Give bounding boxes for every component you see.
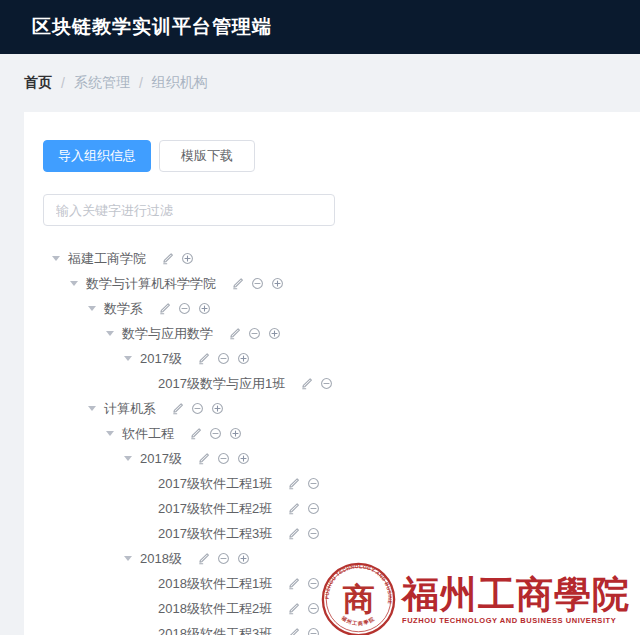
tree-node-actions <box>161 252 194 265</box>
circle-minus-icon[interactable] <box>248 327 261 340</box>
edit-icon[interactable] <box>287 627 300 635</box>
tree-node-label[interactable]: 2018级软件工程3班 <box>158 625 272 635</box>
edit-icon[interactable] <box>197 552 210 565</box>
edit-icon[interactable] <box>300 377 313 390</box>
caret-down-icon[interactable] <box>120 446 140 471</box>
caret-down-icon[interactable] <box>48 246 68 271</box>
circle-plus-icon[interactable] <box>271 277 284 290</box>
template-download-button[interactable]: 模版下载 <box>159 140 255 172</box>
tree-node-label[interactable]: 2017级 <box>140 350 182 368</box>
edit-icon[interactable] <box>287 502 300 515</box>
tree-node[interactable]: 计算机系 <box>43 396 640 421</box>
circle-minus-icon[interactable] <box>251 277 264 290</box>
circle-plus-icon[interactable] <box>198 302 211 315</box>
circle-plus-icon[interactable] <box>237 452 250 465</box>
circle-minus-icon[interactable] <box>307 627 320 635</box>
filter-keyword-input[interactable] <box>43 194 335 226</box>
edit-icon[interactable] <box>161 252 174 265</box>
edit-icon[interactable] <box>189 427 202 440</box>
tree-node-label[interactable]: 2018级软件工程2班 <box>158 600 272 618</box>
tree-node[interactable]: 2018级软件工程1班 <box>43 571 640 596</box>
breadcrumb-item-system[interactable]: 系统管理 <box>74 74 130 92</box>
circle-minus-icon[interactable] <box>209 427 222 440</box>
circle-minus-icon[interactable] <box>307 602 320 615</box>
caret-placeholder <box>138 521 158 546</box>
circle-minus-icon[interactable] <box>307 502 320 515</box>
tree-node-label[interactable]: 数学与应用数学 <box>122 325 213 343</box>
edit-icon[interactable] <box>287 527 300 540</box>
circle-minus-icon[interactable] <box>191 402 204 415</box>
circle-minus-icon[interactable] <box>178 302 191 315</box>
content-card: 导入组织信息 模版下载 福建工商学院数学与计算机科学学院数学系数学与应用数学20… <box>24 112 640 635</box>
tree-node-label[interactable]: 2017级软件工程3班 <box>158 525 272 543</box>
edit-icon[interactable] <box>287 602 300 615</box>
caret-down-icon[interactable] <box>102 421 122 446</box>
tree-node-label[interactable]: 软件工程 <box>122 425 174 443</box>
circle-plus-icon[interactable] <box>237 352 250 365</box>
tree-node-label[interactable]: 计算机系 <box>104 400 156 418</box>
tree-node-label[interactable]: 2018级软件工程1班 <box>158 575 272 593</box>
caret-placeholder <box>138 596 158 621</box>
circle-minus-icon[interactable] <box>307 577 320 590</box>
circle-minus-icon[interactable] <box>217 452 230 465</box>
circle-plus-icon[interactable] <box>229 427 242 440</box>
tree-node[interactable]: 2017级软件工程2班 <box>43 496 640 521</box>
circle-plus-icon[interactable] <box>237 552 250 565</box>
tree-node-label[interactable]: 福建工商学院 <box>68 250 146 268</box>
circle-minus-icon[interactable] <box>217 352 230 365</box>
tree-node-actions <box>287 627 320 635</box>
tree-node[interactable]: 数学与应用数学 <box>43 321 640 346</box>
tree-node-label[interactable]: 2017级数学与应用1班 <box>158 375 285 393</box>
tree-node[interactable]: 数学系 <box>43 296 640 321</box>
caret-placeholder <box>138 471 158 496</box>
edit-icon[interactable] <box>197 452 210 465</box>
breadcrumb-item-home[interactable]: 首页 <box>24 74 52 92</box>
caret-down-icon[interactable] <box>84 296 104 321</box>
tree-node-label[interactable]: 数学系 <box>104 300 143 318</box>
edit-icon[interactable] <box>231 277 244 290</box>
caret-down-icon[interactable] <box>84 396 104 421</box>
tree-node[interactable]: 2017级数学与应用1班 <box>43 371 640 396</box>
tree-node-label[interactable]: 数学与计算机科学学院 <box>86 275 216 293</box>
tree-node[interactable]: 2018级软件工程2班 <box>43 596 640 621</box>
tree-node[interactable]: 2018级软件工程3班 <box>43 621 640 635</box>
caret-down-icon[interactable] <box>120 346 140 371</box>
tree-node[interactable]: 2017级 <box>43 446 640 471</box>
edit-icon[interactable] <box>287 477 300 490</box>
caret-down-icon[interactable] <box>102 321 122 346</box>
tree-node[interactable]: 2017级软件工程1班 <box>43 471 640 496</box>
breadcrumb-item-org[interactable]: 组织机构 <box>152 74 208 92</box>
circle-minus-icon[interactable] <box>307 527 320 540</box>
circle-minus-icon[interactable] <box>307 477 320 490</box>
circle-minus-icon[interactable] <box>320 377 333 390</box>
edit-icon[interactable] <box>228 327 241 340</box>
caret-down-icon[interactable] <box>66 271 86 296</box>
tree-node-label[interactable]: 2017级软件工程2班 <box>158 500 272 518</box>
tree-node-label[interactable]: 2017级 <box>140 450 182 468</box>
circle-minus-icon[interactable] <box>217 552 230 565</box>
tree-node-actions <box>287 577 320 590</box>
circle-plus-icon[interactable] <box>181 252 194 265</box>
tree-node[interactable]: 数学与计算机科学学院 <box>43 271 640 296</box>
edit-icon[interactable] <box>171 402 184 415</box>
tree-node-actions <box>197 452 250 465</box>
tree-node[interactable]: 2017级软件工程3班 <box>43 521 640 546</box>
tree-node[interactable]: 福建工商学院 <box>43 246 640 271</box>
tree-node-label[interactable]: 2018级 <box>140 550 182 568</box>
caret-placeholder <box>138 371 158 396</box>
breadcrumb-separator: / <box>61 75 65 91</box>
tree-node-label[interactable]: 2017级软件工程1班 <box>158 475 272 493</box>
import-org-button[interactable]: 导入组织信息 <box>43 140 151 172</box>
tree-node[interactable]: 2018级 <box>43 546 640 571</box>
tree-node-actions <box>197 552 250 565</box>
edit-icon[interactable] <box>287 577 300 590</box>
tree-node[interactable]: 软件工程 <box>43 421 640 446</box>
caret-down-icon[interactable] <box>120 546 140 571</box>
tree-node-actions <box>287 477 320 490</box>
edit-icon[interactable] <box>158 302 171 315</box>
breadcrumb-separator: / <box>139 75 143 91</box>
edit-icon[interactable] <box>197 352 210 365</box>
circle-plus-icon[interactable] <box>268 327 281 340</box>
circle-plus-icon[interactable] <box>211 402 224 415</box>
tree-node[interactable]: 2017级 <box>43 346 640 371</box>
